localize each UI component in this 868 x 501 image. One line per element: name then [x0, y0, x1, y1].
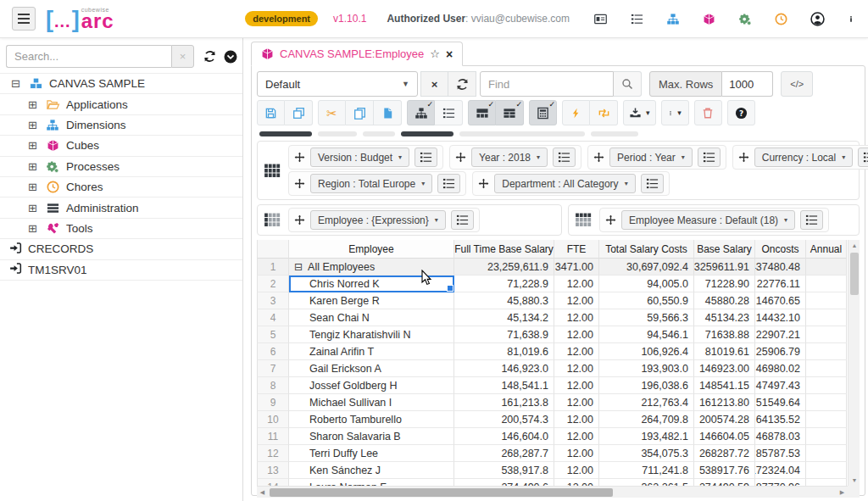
dimension-select-currency[interactable]: Currency : Local▾: [754, 148, 853, 167]
sidebar-refresh-icon[interactable]: [203, 50, 216, 63]
sidebar-item-dimensions[interactable]: ⊞Dimensions: [0, 115, 242, 136]
move-icon[interactable]: [605, 214, 616, 225]
collapse-icon[interactable]: ⊟: [9, 77, 22, 90]
subset-list-button[interactable]: [641, 174, 664, 193]
user-circle-icon[interactable]: [810, 12, 825, 26]
value-cell[interactable]: 12.00: [554, 326, 599, 343]
value-cell[interactable]: 3471.00: [554, 259, 599, 276]
employee-name-cell[interactable]: Jossef Goldberg H: [289, 377, 454, 394]
sidebar-item-administration[interactable]: ⊞Administration: [0, 198, 242, 218]
row-number-cell[interactable]: 4: [257, 309, 289, 326]
value-cell[interactable]: 193,903.0: [599, 360, 694, 377]
sidebar-item-applications[interactable]: ⊞Applications: [0, 94, 242, 114]
value-cell[interactable]: 22907.21: [755, 326, 806, 343]
dimension-select-region[interactable]: Region : Total Europe▾: [310, 174, 432, 193]
sidebar-item-processes[interactable]: ⊞Processes: [0, 157, 242, 177]
sidebar-item-chores[interactable]: ⊞Chores: [0, 177, 242, 198]
value-cell[interactable]: 12.00: [554, 276, 599, 292]
value-cell[interactable]: 354,075.3: [599, 445, 694, 462]
subset-list-button[interactable]: [451, 210, 474, 230]
subset-list-button[interactable]: [415, 148, 437, 167]
move-icon[interactable]: [738, 152, 749, 163]
employee-name-cell[interactable]: Ken Sánchez J: [289, 462, 454, 479]
value-cell[interactable]: 25906.79: [755, 343, 806, 360]
value-cell[interactable]: 22776.11: [755, 276, 806, 292]
value-cell[interactable]: 196,038.6: [599, 377, 694, 394]
employee-name-cell[interactable]: Chris Norred K: [289, 276, 454, 292]
employee-name-cell[interactable]: Tengiz Kharatishvili N: [289, 326, 454, 343]
favorite-star-icon[interactable]: ☆: [430, 47, 440, 60]
value-cell[interactable]: [806, 309, 847, 326]
cut-button[interactable]: ✂: [318, 100, 346, 125]
value-cell[interactable]: 172324.04: [755, 462, 806, 479]
value-cell[interactable]: 94,546.1: [599, 326, 694, 343]
sidebar-item-tools[interactable]: ⊞Tools: [0, 219, 242, 239]
value-cell[interactable]: 14432.10: [755, 309, 806, 326]
value-cell[interactable]: [806, 326, 847, 343]
employee-name-cell[interactable]: Karen Berge R: [289, 292, 454, 309]
value-cell[interactable]: 60,550.9: [599, 292, 694, 309]
subset-list-button[interactable]: [553, 148, 576, 167]
value-cell[interactable]: [806, 360, 847, 377]
value-cell[interactable]: 146,604.0: [454, 428, 554, 445]
horizontal-scrollbar[interactable]: ◀ ▶: [257, 486, 848, 498]
move-icon[interactable]: [478, 178, 489, 189]
employee-name-cell[interactable]: Gail Erickson A: [289, 360, 454, 377]
value-cell[interactable]: 12.00: [554, 428, 599, 445]
value-cell[interactable]: 12.00: [554, 462, 599, 479]
scroll-down-arrow-icon[interactable]: ▼: [849, 475, 860, 486]
employee-name-cell[interactable]: ⊟All Employees: [289, 259, 454, 276]
sitemap-button[interactable]: ✓: [407, 100, 435, 125]
list-icon[interactable]: [631, 13, 643, 25]
subset-list-button[interactable]: [698, 148, 721, 167]
value-cell[interactable]: [806, 276, 847, 292]
value-cell[interactable]: [806, 377, 847, 394]
value-cell[interactable]: 46878.03: [755, 428, 806, 445]
value-cell[interactable]: [806, 259, 847, 276]
column-header-full-time-base-salary[interactable]: Full Time Base Salary: [454, 240, 554, 259]
dimension-select-year[interactable]: Year : 2018▾: [471, 148, 548, 167]
move-icon[interactable]: [455, 152, 466, 163]
sidebar-item-tm1srv01[interactable]: TM1SRV01: [0, 260, 242, 281]
tab-canvas-sample-employee[interactable]: CANVAS SAMPLE:Employee ☆ ×: [251, 42, 463, 66]
dimension-select-employee-measure[interactable]: Employee Measure : Default (18)▾: [621, 210, 795, 230]
value-cell[interactable]: 12.00: [554, 309, 599, 326]
tab-close-icon[interactable]: ×: [446, 47, 453, 61]
save-button[interactable]: [257, 100, 285, 125]
value-cell[interactable]: 47497.43: [755, 377, 806, 394]
row-number-cell[interactable]: 5: [257, 326, 289, 343]
dimension-select-version[interactable]: Version : Budget▾: [310, 148, 409, 167]
expand-icon[interactable]: ⊞: [26, 119, 39, 131]
employee-name-cell[interactable]: Sean Chai N: [289, 309, 454, 326]
value-cell[interactable]: [806, 343, 847, 360]
row-number-cell[interactable]: 9: [257, 394, 289, 411]
expand-icon[interactable]: ⊞: [26, 98, 39, 111]
search-clear-button[interactable]: ×: [171, 45, 194, 68]
copy-button[interactable]: [346, 100, 374, 125]
find-search-button[interactable]: [614, 71, 642, 97]
paste-button[interactable]: [374, 100, 402, 125]
value-cell[interactable]: 148,541.1: [454, 377, 554, 394]
value-cell[interactable]: 12.00: [554, 343, 599, 360]
table-cells-button[interactable]: ✓: [496, 100, 524, 125]
corner-header-cell[interactable]: [257, 240, 289, 259]
value-cell[interactable]: [806, 428, 847, 445]
value-cell[interactable]: 200,574.3: [454, 411, 554, 428]
clock-icon[interactable]: [775, 13, 787, 25]
value-cell[interactable]: 12.00: [554, 292, 599, 309]
vertical-scroll-thumb[interactable]: [850, 253, 859, 295]
expand-icon[interactable]: ⊞: [26, 202, 39, 214]
value-cell[interactable]: 45134.23: [694, 309, 755, 326]
value-cell[interactable]: 200574.28: [694, 411, 755, 428]
expand-icon[interactable]: ⊞: [26, 181, 39, 193]
column-header-fte[interactable]: FTE: [554, 240, 599, 259]
column-header-annual[interactable]: Annual: [806, 240, 847, 259]
value-cell[interactable]: 23,259,611.9: [454, 259, 554, 276]
value-cell[interactable]: 538,917.8: [454, 462, 554, 479]
row-number-cell[interactable]: 11: [257, 428, 289, 445]
move-icon[interactable]: [294, 178, 305, 189]
expand-icon[interactable]: ⊞: [26, 222, 39, 235]
value-cell[interactable]: 12.00: [554, 394, 599, 411]
subset-list-button[interactable]: [800, 210, 823, 230]
move-icon[interactable]: [593, 152, 604, 163]
